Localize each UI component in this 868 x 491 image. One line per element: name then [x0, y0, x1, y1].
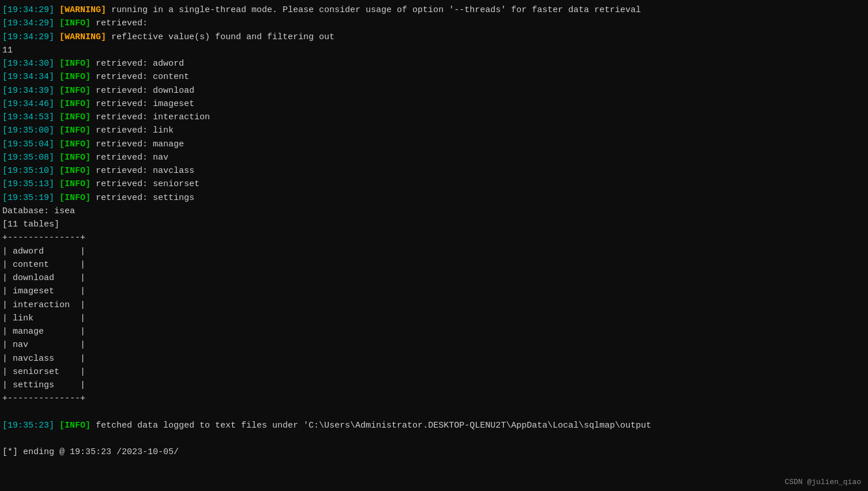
log-level: [INFO]: [54, 138, 91, 151]
log-message: retrieved: link: [91, 124, 174, 137]
timestamp: [19:34:34]: [2, 70, 54, 84]
log-message: fetched data logged to text files under …: [91, 419, 651, 432]
timestamp: [19:34:53]: [2, 111, 54, 124]
terminal-line: 11: [2, 44, 866, 57]
log-message: retrieved: nav: [91, 151, 168, 164]
log-message: retrieved: imageset: [91, 97, 194, 111]
log-level: [INFO]: [54, 419, 91, 432]
terminal-line: [19:34:53] [INFO] retrieved: interaction: [2, 111, 866, 124]
log-level: [INFO]: [54, 191, 91, 205]
log-message: retrieved:: [91, 17, 148, 30]
terminal-line: | download |: [2, 271, 866, 285]
timestamp: [19:35:13]: [2, 177, 54, 191]
timestamp: [19:35:23]: [2, 419, 54, 432]
table-row: +--------------+: [2, 392, 85, 405]
timestamp: [19:35:00]: [2, 124, 54, 137]
log-level: [INFO]: [54, 97, 91, 111]
timestamp: [19:35:19]: [2, 191, 54, 205]
table-row: | interaction |: [2, 299, 85, 312]
timestamp: [19:34:29]: [2, 3, 54, 17]
table-row: | nav |: [2, 338, 85, 352]
log-message: reflective value(s) found and filtering …: [106, 31, 335, 44]
table-row: | link |: [2, 312, 85, 325]
log-message: retrieved: download: [91, 84, 194, 97]
plain-text: Database: isea: [2, 205, 75, 218]
terminal-line: [19:35:00] [INFO] retrieved: link: [2, 124, 866, 137]
log-message: retrieved: adword: [91, 57, 184, 70]
table-row: | settings |: [2, 379, 85, 392]
terminal-line: | nav |: [2, 338, 866, 352]
timestamp: [19:35:10]: [2, 164, 54, 177]
terminal-line: [19:34:30] [INFO] retrieved: adword: [2, 57, 866, 70]
log-message: retrieved: interaction: [91, 111, 210, 124]
terminal-line: [19:34:46] [INFO] retrieved: imageset: [2, 97, 866, 111]
log-message: retrieved: manage: [91, 138, 184, 151]
log-level: [INFO]: [54, 151, 91, 164]
table-row: +--------------+: [2, 231, 85, 244]
terminal-line: | adword |: [2, 245, 866, 258]
log-message: retrieved: content: [91, 70, 189, 84]
table-row: | content |: [2, 258, 85, 271]
terminal-line: | seniorset |: [2, 365, 866, 379]
terminal-line: [19:34:34] [INFO] retrieved: content: [2, 70, 866, 84]
terminal-line: [19:35:08] [INFO] retrieved: nav: [2, 151, 866, 164]
terminal-line: Database: isea: [2, 205, 866, 218]
terminal-line: [19:35:23] [INFO] fetched data logged to…: [2, 419, 866, 432]
ending-line: [*] ending @ 19:35:23 /2023-10-05/: [2, 445, 179, 459]
terminal-line: | imageset |: [2, 285, 866, 298]
terminal-line: [19:34:29] [WARNING] reflective value(s)…: [2, 31, 866, 44]
table-row: | imageset |: [2, 285, 85, 298]
terminal-line: | content |: [2, 258, 866, 271]
table-row: | manage |: [2, 325, 85, 338]
terminal-line: [19:34:29] [WARNING] running in a single…: [2, 3, 866, 17]
terminal-line: [*] ending @ 19:35:23 /2023-10-05/: [2, 445, 866, 459]
timestamp: [19:35:04]: [2, 138, 54, 151]
terminal-line: | navclass |: [2, 352, 866, 365]
terminal-line: | interaction |: [2, 299, 866, 312]
table-row: | navclass |: [2, 352, 85, 365]
log-message: retrieved: seniorset: [91, 177, 200, 191]
terminal-window: [19:34:29] [WARNING] running in a single…: [0, 0, 868, 491]
log-level: [INFO]: [54, 164, 91, 177]
timestamp: [19:35:08]: [2, 151, 54, 164]
log-level: [INFO]: [54, 57, 91, 70]
log-message: retrieved: navclass: [91, 164, 194, 177]
log-level: [INFO]: [54, 111, 91, 124]
timestamp: [19:34:46]: [2, 97, 54, 111]
table-row: | seniorset |: [2, 365, 85, 379]
log-message: retrieved: settings: [91, 191, 194, 205]
terminal-line: [19:34:39] [INFO] retrieved: download: [2, 84, 866, 97]
timestamp: [19:34:29]: [2, 31, 54, 44]
terminal-line: +--------------+: [2, 231, 866, 244]
terminal-line: [19:34:29] [INFO] retrieved:: [2, 17, 866, 30]
log-message: running in a single-thread mode. Please …: [106, 3, 641, 17]
terminal-line: [2, 406, 866, 419]
plain-text: 11: [2, 44, 13, 57]
terminal-line: | link |: [2, 312, 866, 325]
log-level: [INFO]: [54, 177, 91, 191]
timestamp: [19:34:39]: [2, 84, 54, 97]
log-level: [INFO]: [54, 17, 91, 30]
log-level: [INFO]: [54, 84, 91, 97]
log-level: [WARNING]: [54, 3, 106, 17]
log-level: [INFO]: [54, 124, 91, 137]
terminal-line: | manage |: [2, 325, 866, 338]
terminal-line: [19:35:10] [INFO] retrieved: navclass: [2, 164, 866, 177]
terminal-line: [19:35:19] [INFO] retrieved: settings: [2, 191, 866, 205]
terminal-line: [11 tables]: [2, 218, 866, 231]
terminal-line: | settings |: [2, 379, 866, 392]
plain-text: [11 tables]: [2, 218, 59, 231]
log-level: [INFO]: [54, 70, 91, 84]
terminal-line: +--------------+: [2, 392, 866, 405]
watermark: CSDN @julien_qiao: [784, 478, 861, 486]
timestamp: [19:34:29]: [2, 17, 54, 30]
log-level: [WARNING]: [54, 31, 106, 44]
table-row: | download |: [2, 271, 85, 285]
terminal-line: [2, 432, 866, 445]
table-row: | adword |: [2, 245, 85, 258]
terminal-line: [19:35:04] [INFO] retrieved: manage: [2, 138, 866, 151]
timestamp: [19:34:30]: [2, 57, 54, 70]
terminal-line: [19:35:13] [INFO] retrieved: seniorset: [2, 177, 866, 191]
